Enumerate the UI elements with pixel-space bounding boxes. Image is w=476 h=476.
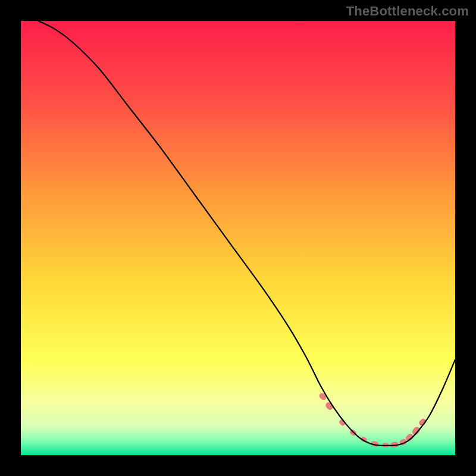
- plot-area: [21, 21, 455, 455]
- chart-container: TheBottleneck.com: [0, 0, 476, 476]
- watermark-text: TheBottleneck.com: [346, 4, 469, 19]
- plot-svg: [21, 21, 455, 455]
- plot-background: [21, 21, 455, 455]
